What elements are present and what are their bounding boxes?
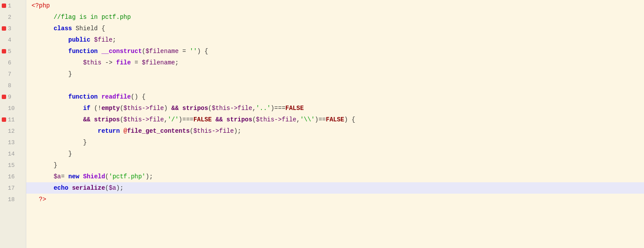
function-keyword-5: function (68, 48, 98, 55)
code-line-9: function readfile() { (26, 91, 644, 103)
false-kw-10: FALSE (285, 105, 304, 112)
this-var: $this (83, 59, 102, 66)
backslash-str: '\\' (300, 116, 315, 123)
empty-fn: empty (102, 105, 120, 112)
var-a: $a (53, 173, 61, 180)
shield-class-name: Shield (83, 173, 105, 180)
code-line-13: } (26, 137, 644, 148)
close-brace-7: } (68, 71, 72, 78)
if-keyword: if (83, 105, 91, 112)
this-file-11a: $this->file (123, 116, 164, 123)
close-brace-15: } (53, 162, 57, 169)
false-kw-11a: FALSE (194, 116, 212, 123)
no-breakpoint-10 (2, 106, 6, 110)
and-op-11b: && (215, 116, 223, 123)
line-number-18: 18 (0, 194, 26, 205)
line-number-14: 14 (0, 148, 26, 159)
this-file-12: $this->file (194, 128, 234, 135)
line-number-17: 17 (0, 182, 26, 194)
serialize-fn: serialize (72, 184, 105, 191)
dotdot-str: '..' (256, 105, 271, 112)
no-breakpoint-2 (2, 15, 6, 19)
class-keyword: class (53, 25, 72, 32)
indent-12 (32, 128, 98, 135)
code-line-15: } (26, 159, 644, 171)
line-number-6: 6 (0, 57, 26, 68)
indent-10 (32, 105, 83, 112)
indent-9 (32, 93, 68, 100)
line-number-13: 13 (0, 137, 26, 148)
no-breakpoint-7 (2, 72, 6, 76)
this-file-10b: $this->file (212, 105, 252, 112)
echo-keyword: echo (53, 184, 68, 191)
code-line-5: function __construct($filename = '') { (26, 46, 644, 57)
this-file-10: $this->file (123, 105, 164, 112)
indent-13 (32, 139, 83, 146)
code-line-6: $this -> file = $filename; (26, 57, 644, 68)
param-filename: $filename (145, 48, 179, 55)
no-breakpoint-14 (2, 152, 6, 156)
breakpoint-1 (2, 4, 6, 8)
no-breakpoint-8 (2, 83, 6, 88)
code-line-4: public $file; (26, 34, 644, 46)
new-keyword: new (68, 173, 79, 180)
indent-18 (32, 196, 39, 203)
indent-5 (32, 48, 68, 55)
code-line-7: } (26, 68, 644, 80)
code-line-10: if (!empty($this->file) && stripos($this… (26, 103, 644, 114)
code-line-8 (26, 80, 644, 91)
no-breakpoint-15 (2, 163, 6, 167)
no-breakpoint-4 (2, 38, 6, 42)
code-line-11: && stripos($this->file,'/')===FALSE && s… (26, 114, 644, 125)
code-line-16: $a= new Shield('pctf.php'); (26, 171, 644, 182)
line-number-1: 1 (0, 0, 26, 11)
line-number-8: 8 (0, 80, 26, 91)
indent-16 (32, 173, 53, 180)
this-file-11b: $this->file (256, 116, 296, 123)
comment-text: //flag is in pctf.php (53, 14, 130, 21)
breakpoint-5 (2, 49, 6, 53)
line-number-9: 9 (0, 91, 26, 103)
filename-var: $filename (142, 59, 175, 66)
code-line-14: } (26, 148, 644, 159)
return-kw: return (98, 128, 120, 135)
var-a-17: $a (109, 184, 116, 191)
code-line-3: class Shield { (26, 23, 644, 34)
stripos-fn-11b: stripos (226, 116, 252, 123)
indent-15 (32, 162, 53, 169)
line-number-5: 5 (0, 46, 26, 57)
code-editor: 1 2 3 4 5 6 7 8 (0, 0, 644, 248)
code-line-12: return @file_get_contents($this->file); (26, 125, 644, 137)
indent-6 (32, 59, 83, 66)
breakpoint-9 (2, 95, 6, 99)
file-get-contents: file_get_contents (127, 128, 190, 135)
no-breakpoint-12 (2, 129, 6, 133)
and-op-10: && (171, 105, 179, 112)
code-line-1: <?php (26, 0, 644, 11)
readfile-name: readfile (102, 93, 131, 100)
code-line-2: //flag is in pctf.php (26, 11, 644, 23)
line-number-12: 12 (0, 125, 26, 137)
indent-11 (32, 116, 83, 123)
indent-3 (32, 25, 53, 32)
code-line-18: ?> (26, 194, 644, 205)
no-breakpoint-13 (2, 140, 6, 145)
code-content: <?php //flag is in pctf.php class Shield… (26, 0, 644, 248)
line-numbers: 1 2 3 4 5 6 7 8 (0, 0, 26, 248)
code-line-17: echo serialize($a); (26, 182, 644, 194)
no-breakpoint-18 (2, 197, 6, 202)
indent-2 (32, 14, 53, 21)
stripos-fn-10: stripos (183, 105, 208, 112)
and-op-11: && (83, 116, 91, 123)
line-number-2: 2 (0, 11, 26, 23)
line-number-16: 16 (0, 171, 26, 182)
line-number-15: 15 (0, 159, 26, 171)
empty-string: '' (190, 48, 197, 55)
breakpoint-11 (2, 117, 6, 122)
line-number-3: 3 (0, 23, 26, 34)
no-breakpoint-6 (2, 60, 6, 65)
file-prop: file (116, 59, 131, 66)
indent-14 (32, 150, 68, 157)
close-brace-13: } (83, 139, 87, 146)
line-number-7: 7 (0, 68, 26, 80)
